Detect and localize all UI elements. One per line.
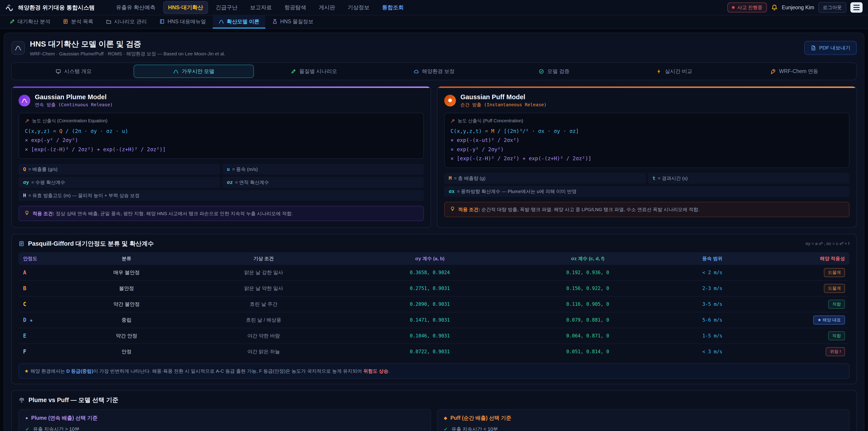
- section-tab-label: 실시간 비교: [665, 68, 692, 75]
- sigma-z-cell: 0.079, 0.881, 0: [509, 312, 666, 328]
- subnav-tab[interactable]: 대기확산 분석: [4, 16, 56, 29]
- pin-icon: [451, 119, 455, 123]
- criteria-title: ◆ Puff (순간 배출) 선택 기준: [444, 414, 843, 422]
- wind-cell: 1-5 m/s: [666, 328, 758, 344]
- section-tab[interactable]: 실시간 비교: [614, 65, 734, 78]
- section-tab[interactable]: 모델 검증: [494, 65, 614, 78]
- parameter-item: σy= 수평 확산계수: [19, 177, 220, 188]
- logout-button[interactable]: 로그아웃: [818, 2, 846, 13]
- formula-line: × exp(-(x-ut)² / 2σx²): [451, 135, 843, 145]
- incident-dot-icon: [732, 6, 735, 9]
- wind-cell: < 3 m/s: [666, 344, 758, 359]
- section-tab[interactable]: 시스템 개요: [13, 65, 133, 78]
- grade-cell: E: [19, 328, 76, 344]
- subnav-tab[interactable]: HNS 대응매뉴얼: [153, 16, 212, 29]
- flask-icon: [272, 19, 278, 24]
- main-menu-item[interactable]: 기상정보: [343, 1, 374, 14]
- stability-table: 안정도분류기상 조건σy 계수 (a, b)σz 계수 (c, d, f)풍속 …: [19, 252, 849, 359]
- selection-title: Plume vs Puff — 모델 선택 기준: [29, 396, 119, 404]
- subnav-tab-label: HNS 대응매뉴얼: [167, 18, 206, 25]
- pdf-export-button[interactable]: PDF 내보내기: [804, 41, 857, 55]
- app-logo-icon: [5, 3, 14, 12]
- grade-cell: F: [19, 344, 76, 359]
- plume-model-card: Gaussian Plume Model 연속 방출 (Continuous R…: [11, 86, 431, 228]
- subnav-tab-label: 확산모델 이론: [227, 18, 259, 25]
- section-tab-label: 물질별 시나리오: [299, 68, 337, 75]
- column-header: σz 계수 (c, d, f): [509, 252, 666, 265]
- model-cards-row: Gaussian Plume Model 연속 방출 (Continuous R…: [11, 86, 857, 228]
- weather-cell: 야간 맑은 하늘: [176, 344, 351, 359]
- parameter-item: M= 총 배출량 (g): [444, 173, 646, 184]
- check-icon: ✓: [444, 426, 448, 431]
- suitability-badge: 드물게: [824, 284, 845, 293]
- parameter-grid: Q= 배출률 (g/s)u= 풍속 (m/s)σy= 수평 확산계수σz= 연직…: [19, 164, 424, 201]
- section-tab-label: 모델 검증: [547, 68, 569, 75]
- check-icon: ✓: [25, 426, 29, 431]
- sigma-y-cell: 0.1471, 0.9031: [351, 312, 508, 328]
- puff-bullet-icon: ◆: [444, 415, 447, 421]
- section-tab[interactable]: WRF-Chem 연동: [735, 65, 855, 78]
- notifications-button[interactable]: [771, 4, 778, 11]
- suitability-badge: ★ 해양 대표: [813, 315, 845, 325]
- main-menu-item[interactable]: 보고자료: [245, 1, 277, 14]
- gaussian-curve-icon: [15, 44, 22, 51]
- formula-line: × exp(-y² / 2σy²): [451, 145, 843, 154]
- section-tabs: 시스템 개요가우시안 모델물질별 시나리오해양환경 보정모델 검증실시간 비교W…: [11, 62, 857, 80]
- document-icon: [811, 45, 816, 51]
- app-title: 해양환경 위기대응 통합시스템: [18, 4, 95, 11]
- parameter-item: H= 유효 방출고도 (m) — 물리적 높이 + 부력 상승 보정: [19, 190, 424, 201]
- section-tab-label: 해양환경 보정: [422, 68, 455, 75]
- menu-toggle-button[interactable]: [850, 2, 863, 13]
- main-menu-item[interactable]: 통합조회: [377, 1, 409, 14]
- note-label: 적용 조건:: [33, 211, 55, 216]
- criteria-item: ✓유출 지속시간 > 10분: [25, 426, 424, 431]
- formula-line: × [exp(-(z-H)² / 2σz²) + exp(-(z+H)² / 2…: [25, 145, 417, 154]
- parameter-item: Q= 배출률 (g/s): [19, 164, 220, 175]
- subnav-tab[interactable]: 시나리오 관리: [100, 16, 153, 29]
- sigma-z-cell: 0.051, 0.814, 0: [509, 344, 666, 359]
- category-cell: 중립: [76, 312, 176, 328]
- table-title-row: Pasquill-Gifford 대기안정도 분류 및 확산계수: [19, 240, 154, 248]
- subnav-tab[interactable]: 분석 목록: [57, 16, 99, 29]
- monitor-icon: [56, 69, 61, 74]
- formula-line: C(x,y,z) = Q / (2π · σy · σz · u): [25, 127, 417, 135]
- main-menu-item[interactable]: 항공탐색: [279, 1, 311, 14]
- main-menu: 유출유 확산예측HNS·대기확산긴급구난보고자료항공탐색게시판기상정보통합조회: [111, 1, 724, 14]
- sigma-y-cell: 0.3658, 0.9024: [351, 265, 508, 280]
- page-header: HNS 대기확산 모델 이론 및 검증 WRF-Chem · Gaussian …: [4, 33, 864, 61]
- criteria-text: 유출 지속시간 < 10분: [452, 426, 498, 431]
- subnav-tab-label: 시나리오 관리: [114, 18, 147, 25]
- sigma-formula-note: σy = a·xᵇ , σz = c·xᵈ + f: [805, 241, 849, 246]
- section-tab[interactable]: 해양환경 보정: [374, 65, 494, 78]
- stability-table-card: Pasquill-Gifford 대기안정도 분류 및 확산계수 σy = a·…: [11, 234, 857, 384]
- main-menu-item[interactable]: 게시판: [314, 1, 340, 14]
- category-cell: 약간 안정: [76, 328, 176, 344]
- main-menu-item[interactable]: HNS·대기확산: [163, 1, 208, 14]
- stability-row: B불안정맑은 날 약한 일사0.2751, 0.90310.156, 0.922…: [19, 280, 849, 296]
- incident-status-badge: 사고 진행중: [727, 2, 767, 12]
- subnav-tab-label: HNS 물질정보: [280, 18, 313, 25]
- plume-model-icon: [19, 95, 30, 106]
- pencil-icon: [291, 69, 296, 74]
- section-tab[interactable]: 가우시안 모델: [133, 65, 254, 78]
- folder-icon: [106, 19, 112, 24]
- parameter-item: t= 경과시간 (s): [648, 173, 850, 184]
- criteria-title: ● Plume (연속 배출) 선택 기준: [25, 414, 424, 422]
- section-tab[interactable]: 물질별 시나리오: [254, 65, 374, 78]
- stability-row: A매우 불안정맑은 날 강한 일사0.3658, 0.90240.192, 0.…: [19, 265, 849, 280]
- parameter-item: u= 풍속 (m/s): [222, 164, 424, 175]
- subnav-tab[interactable]: HNS 물질정보: [266, 16, 319, 29]
- wind-cell: 2-3 m/s: [666, 280, 758, 296]
- model-selection-card: Plume vs Puff — 모델 선택 기준 ● Plume (연속 배출)…: [11, 390, 857, 431]
- main-menu-item[interactable]: 긴급구난: [211, 1, 242, 14]
- weather-cell: 맑은 날 약한 일사: [176, 280, 351, 296]
- main-menu-item[interactable]: 유출유 확산예측: [111, 1, 160, 14]
- book-icon: [159, 19, 165, 24]
- subnav-tab[interactable]: 확산모델 이론: [213, 16, 265, 29]
- grade-cell: B: [19, 280, 76, 296]
- list-icon: [63, 19, 68, 24]
- wind-cell: < 2 m/s: [666, 265, 758, 280]
- weather-cell: 흐린 날 / 해상풍: [176, 312, 351, 328]
- parameter-item: σz= 연직 확산계수: [222, 177, 424, 188]
- suitability-badge: 적합: [828, 300, 845, 309]
